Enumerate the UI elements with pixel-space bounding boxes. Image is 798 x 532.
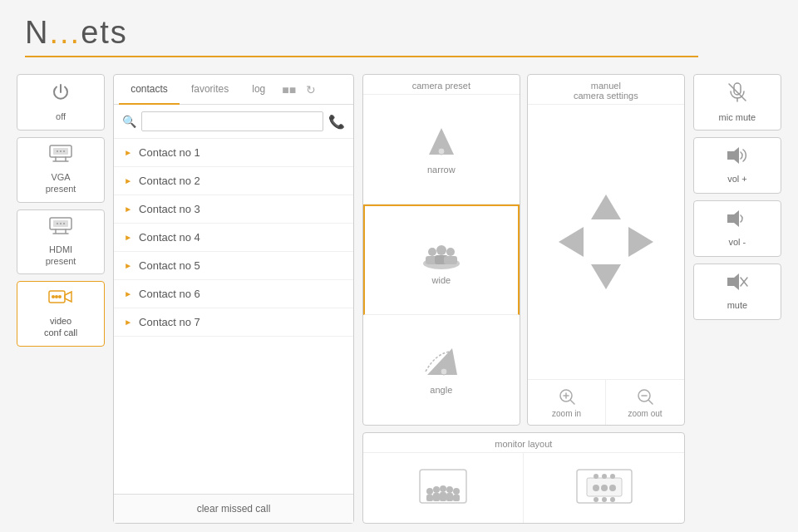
svg-line-30 <box>649 401 653 405</box>
svg-point-24 <box>441 368 447 375</box>
hdmi-label: HDMIpresent <box>46 244 76 268</box>
manual-camera-title: manuel camera settings <box>528 75 684 105</box>
search-icon: 🔍 <box>122 115 136 128</box>
svg-point-50 <box>610 474 615 479</box>
dpad-down-button[interactable] <box>589 260 623 293</box>
contact-arrow-icon: ► <box>124 233 132 242</box>
svg-rect-39 <box>433 493 440 501</box>
contact-arrow-icon: ► <box>124 318 132 327</box>
zoom-in-label: zoom in <box>552 409 581 418</box>
svg-rect-22 <box>444 256 457 264</box>
clear-missed-call-button[interactable]: clear missed call <box>114 494 353 523</box>
dpad-up-button[interactable] <box>589 190 623 224</box>
dpad <box>554 190 658 293</box>
main-container: N...ets off <box>0 0 798 532</box>
hdmi-present-button[interactable]: HDMIpresent <box>17 209 105 275</box>
off-button[interactable]: off <box>17 74 105 131</box>
svg-rect-40 <box>440 492 446 501</box>
svg-point-8 <box>60 223 62 224</box>
contact-name: Contact no 2 <box>139 175 200 187</box>
svg-point-52 <box>602 497 607 502</box>
svg-point-3 <box>60 150 62 152</box>
tab-log[interactable]: log <box>240 75 277 105</box>
monitor-option-1[interactable] <box>363 453 525 523</box>
list-item[interactable]: ► Contact no 2 <box>114 167 353 195</box>
search-bar: 🔍 📞 <box>114 105 353 139</box>
svg-point-53 <box>610 497 615 502</box>
contact-name: Contact no 1 <box>139 146 200 159</box>
dpad-container <box>528 105 684 379</box>
svg-marker-59 <box>727 273 739 290</box>
monitor-layout-panel: monitor layout <box>362 432 685 524</box>
svg-rect-42 <box>453 495 460 501</box>
contact-name: Contact no 7 <box>139 316 200 328</box>
monitor-option-2[interactable] <box>524 453 684 523</box>
contact-arrow-icon: ► <box>124 204 132 214</box>
vol-plus-button[interactable]: vol + <box>693 137 781 194</box>
svg-line-26 <box>570 401 574 405</box>
vol-plus-icon <box>726 146 749 170</box>
dpad-empty-tr <box>624 190 658 224</box>
svg-point-7 <box>57 223 58 224</box>
svg-point-51 <box>594 497 598 502</box>
dpad-empty-bl <box>554 260 588 293</box>
contacts-panel: contacts favorites log ■■ ↻ 🔍 📞 ► Contac… <box>113 74 354 524</box>
search-input[interactable] <box>141 111 323 131</box>
zoom-out-label: zoom out <box>628 409 662 418</box>
contact-arrow-icon: ► <box>124 289 132 298</box>
list-item[interactable]: ► Contact no 1 <box>114 139 353 167</box>
list-item[interactable]: ► Contact no 6 <box>114 280 353 308</box>
off-label: off <box>56 111 66 122</box>
right-panels: camera preset narrow <box>362 74 685 524</box>
angle-preset-button[interactable]: angle <box>363 315 520 425</box>
list-item[interactable]: ► Contact no 3 <box>114 195 353 224</box>
mic-mute-icon <box>727 81 748 108</box>
mute-label: mute <box>727 299 747 311</box>
contact-name: Contact no 5 <box>139 259 200 272</box>
dpad-center <box>589 225 623 259</box>
dpad-right-button[interactable] <box>624 225 658 259</box>
mute-icon <box>726 273 749 296</box>
svg-rect-38 <box>426 495 433 501</box>
svg-point-47 <box>609 485 616 491</box>
mute-button[interactable]: mute <box>693 264 781 320</box>
mic-mute-button[interactable]: mic mute <box>693 74 781 131</box>
vga-icon <box>49 145 72 168</box>
tab-contacts[interactable]: contacts <box>119 75 180 105</box>
zoom-in-button[interactable]: zoom in <box>528 380 607 425</box>
power-icon <box>51 82 71 107</box>
header: N...ets <box>0 0 798 66</box>
contact-arrow-icon: ► <box>124 148 132 157</box>
vol-minus-label: vol - <box>729 236 746 248</box>
list-item[interactable]: ► Contact no 5 <box>114 252 353 280</box>
narrow-preset-button[interactable]: narrow <box>363 95 520 204</box>
wide-preset-button[interactable]: wide <box>363 204 520 315</box>
svg-point-2 <box>57 150 58 152</box>
monitor-layout-title: monitor layout <box>363 433 684 453</box>
right-sidebar: mic mute vol + <box>693 74 781 524</box>
video-conf-button[interactable]: videoconf call <box>17 281 105 347</box>
left-sidebar: off VGApresent <box>17 74 105 524</box>
vol-minus-button[interactable]: vol - <box>693 200 781 257</box>
svg-point-45 <box>593 485 599 491</box>
svg-rect-41 <box>446 493 453 501</box>
vga-present-button[interactable]: VGApresent <box>17 137 105 203</box>
svg-marker-57 <box>727 147 739 164</box>
vol-minus-icon <box>726 209 749 233</box>
zoom-out-button[interactable]: zoom out <box>606 380 684 425</box>
vga-label: VGApresent <box>46 171 76 195</box>
grid-icon[interactable]: ■■ <box>277 76 301 103</box>
tab-favorites[interactable]: favorites <box>180 75 240 105</box>
svg-point-37 <box>453 488 460 495</box>
dpad-left-button[interactable] <box>554 225 588 259</box>
list-item[interactable]: ► Contact no 7 <box>114 308 353 337</box>
refresh-icon[interactable]: ↻ <box>301 76 321 103</box>
dpad-empty-br <box>624 260 658 293</box>
list-item[interactable]: ► Contact no 4 <box>114 224 353 252</box>
svg-point-18 <box>436 245 446 255</box>
video-conf-icon <box>48 288 73 312</box>
zoom-row: zoom in zoom out <box>528 379 684 425</box>
contact-arrow-icon: ► <box>124 261 132 270</box>
svg-point-33 <box>426 488 433 495</box>
phone-icon[interactable]: 📞 <box>328 114 345 130</box>
